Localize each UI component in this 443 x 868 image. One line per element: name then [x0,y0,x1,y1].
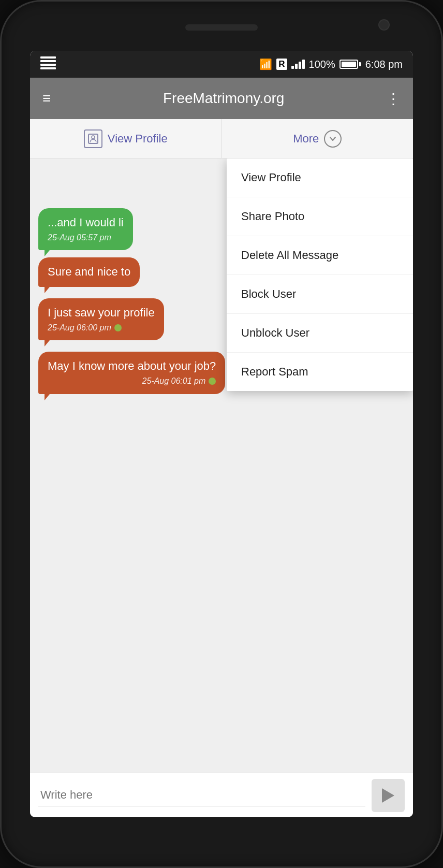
chat-area: View Profile Share Photo Delete All Mess… [30,158,413,773]
status-left [40,56,56,72]
dropdown-item-share-photo[interactable]: Share Photo [227,197,413,236]
hamburger-icon[interactable]: ≡ [42,90,51,107]
dropdown-item-block-user[interactable]: Block User [227,275,413,314]
online-dot-3 [114,324,122,331]
input-area [30,773,413,817]
message-bubble-1: ...and I would li 25-Aug 05:57 pm [38,208,133,250]
app-bar: ≡ FreeMatrimony.org ⋮ [30,78,413,119]
dropdown-menu: View Profile Share Photo Delete All Mess… [227,158,413,391]
status-bar: 📶 R 100% 6:08 pm [30,51,413,78]
app-title: FreeMatrimony.org [61,90,386,107]
signal-bars [291,60,305,69]
phone-screen: 📶 R 100% 6:08 pm ≡ FreeMatrimony.org [30,51,413,817]
send-button[interactable] [372,779,405,812]
dropdown-item-unblock-user[interactable]: Unblock User [227,314,413,353]
message-bubble-4: May I know more about your job? 25-Aug 0… [38,352,225,394]
signal-r-label: R [276,59,287,70]
action-row: View Profile More [30,119,413,158]
online-dot-4 [209,378,216,385]
wifi-icon: 📶 [259,58,272,70]
message-input[interactable] [38,784,365,806]
message-text-3: I just saw your profile [48,306,155,321]
message-text-4: May I know more about your job? [48,359,216,374]
more-button[interactable]: More [222,119,414,158]
dropdown-item-delete-all[interactable]: Delete All Message [227,236,413,275]
battery-icon [339,60,361,69]
message-time-4: 25-Aug 06:01 pm [48,376,216,387]
chevron-down-icon [324,130,342,148]
message-time-3: 25-Aug 06:00 pm [48,323,155,334]
camera [378,19,390,31]
dropdown-item-view-profile[interactable]: View Profile [227,158,413,197]
more-label: More [293,132,319,146]
profile-icon [84,129,102,148]
message-bubble-3: I just saw your profile 25-Aug 06:00 pm [38,298,164,340]
message-time-1: 25-Aug 05:57 pm [48,233,124,243]
view-profile-button[interactable]: View Profile [30,119,222,158]
phone-frame: 📶 R 100% 6:08 pm ≡ FreeMatrimony.org [0,0,443,868]
barcode-icon [40,56,56,72]
status-right: 📶 R 100% 6:08 pm [259,58,403,70]
time-display: 6:08 pm [365,59,403,70]
send-arrow-icon [382,788,394,803]
message-bubble-2: Sure and nice to [38,257,140,287]
dropdown-item-report-spam[interactable]: Report Spam [227,353,413,391]
svg-point-1 [92,136,95,139]
battery-pct: 100% [309,59,335,70]
message-text-2: Sure and nice to [48,265,130,280]
message-text-1: ...and I would li [48,215,124,230]
overflow-icon[interactable]: ⋮ [386,90,401,107]
speaker [185,24,258,31]
view-profile-label: View Profile [108,132,168,146]
